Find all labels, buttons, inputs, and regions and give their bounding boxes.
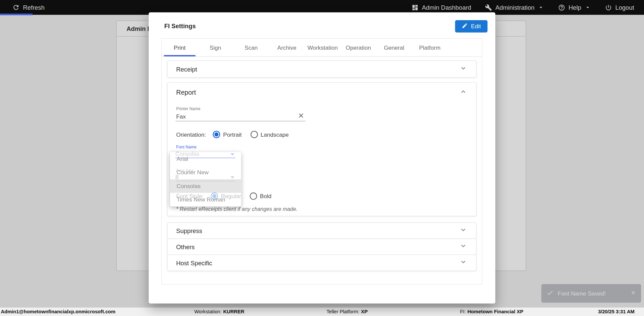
font-option-courier-new[interactable]: Courier New [170, 166, 241, 179]
power-icon [605, 4, 612, 11]
section-host-specific-header[interactable]: Host Specific [167, 255, 476, 271]
font-style-bold-label: Bold [260, 193, 271, 199]
report-form: Printer Name Fax Orientation: Portrait L… [168, 102, 476, 216]
orientation-label: Orientation: [176, 131, 206, 138]
tab-sign[interactable]: Sign [198, 39, 233, 56]
tab-print[interactable]: Print [162, 39, 198, 56]
printer-name-input[interactable]: Fax [176, 113, 186, 120]
workstation-label: Workstation: [194, 309, 221, 315]
chevron-down-icon [459, 64, 467, 74]
refresh-label: Refresh [23, 4, 45, 11]
chevron-down-icon [459, 242, 467, 252]
statusbar-user: Admin1@hometownfinancialxp.onmicrosoft.c… [1, 308, 115, 316]
section-others-header[interactable]: Others [167, 238, 476, 255]
admin-dashboard-label: Admin Dashboard [422, 4, 471, 11]
tab-scan[interactable]: Scan [233, 39, 269, 56]
tab-workstation[interactable]: Workstation [305, 39, 341, 56]
tab-archive[interactable]: Archive [269, 39, 305, 56]
statusbar-datetime: 3/20/25 3:31 AM [598, 308, 635, 316]
orientation-portrait-radio[interactable] [213, 131, 220, 138]
orientation-portrait-label: Portrait [223, 131, 241, 138]
chevron-down-icon [538, 4, 544, 11]
check-icon [546, 289, 554, 298]
chevron-up-icon [459, 88, 467, 97]
section-report-header[interactable]: Report [168, 83, 476, 102]
font-option-consolas[interactable]: Consolas [170, 179, 241, 193]
close-icon[interactable] [631, 290, 636, 297]
statusbar-fi: FI:Hometown Financial XP [460, 308, 523, 316]
chevron-down-icon [585, 4, 591, 11]
statusbar: Admin1@hometownfinancialxp.onmicrosoft.c… [0, 308, 644, 316]
section-receipt-header[interactable]: Receipt [167, 60, 476, 78]
section-suppress-header[interactable]: Suppress [167, 222, 476, 239]
statusbar-teller-platform: Teller Platform:XP [326, 308, 368, 316]
font-style-bold-radio[interactable] [250, 192, 257, 200]
tab-bar: Print Sign Scan Archive Workstation Oper… [162, 39, 482, 57]
orientation-landscape-label: Landscape [261, 131, 289, 138]
chevron-down-icon [459, 226, 467, 235]
orientation-field: Orientation: Portrait Landscape [176, 130, 289, 138]
fi-settings-dialog: FI Settings Edit Print Sign Scan Archive… [149, 12, 495, 304]
screen: Refresh Admin Dashboard Administration [0, 0, 644, 316]
font-name-dropdown-menu: Arial Courier New Consolas Times New Rom… [170, 152, 241, 207]
workstation-value: KURRER [223, 309, 244, 315]
help-label: Help [569, 4, 581, 11]
font-option-arial[interactable]: Arial [170, 152, 241, 166]
section-receipt-title: Receipt [176, 65, 197, 73]
pencil-icon [462, 22, 468, 30]
clear-icon[interactable] [298, 112, 305, 119]
fi-value: Hometown Financial XP [467, 309, 523, 315]
help-icon [558, 4, 565, 11]
tab-general[interactable]: General [376, 39, 412, 56]
orientation-landscape-radio[interactable] [250, 131, 258, 138]
refresh-button[interactable]: Refresh [12, 4, 45, 11]
logout-button[interactable]: Logout [605, 4, 634, 11]
settings-accordion: Receipt Report Printer Name Fax [162, 57, 482, 271]
section-report-title: Report [176, 89, 196, 96]
teller-platform-value: XP [361, 309, 368, 315]
logout-label: Logout [615, 4, 634, 11]
teller-platform-label: Teller Platform: [326, 309, 359, 315]
section-report: Report Printer Name Fax Orient [167, 82, 476, 216]
section-host-specific-title: Host Specific [176, 259, 212, 266]
admin-dashboard-nav[interactable]: Admin Dashboard [412, 4, 471, 11]
refresh-icon [12, 4, 20, 11]
administration-menu[interactable]: Administration [485, 4, 544, 11]
chevron-down-icon [459, 258, 467, 268]
printer-name-label: Printer Name [176, 106, 200, 111]
help-menu[interactable]: Help [558, 4, 591, 11]
edit-button-label: Edit [471, 23, 481, 30]
toast-message: Font Name Saved! [558, 290, 626, 297]
dialog-title: FI Settings [164, 22, 196, 30]
settings-tab-panel: Print Sign Scan Archive Workstation Oper… [161, 38, 482, 284]
edit-button[interactable]: Edit [455, 20, 488, 33]
font-option-times-new-roman[interactable]: Times New Roman [170, 193, 241, 206]
section-suppress-title: Suppress [176, 227, 202, 234]
dashboard-icon [412, 4, 419, 11]
administration-label: Administration [495, 4, 534, 11]
section-others-title: Others [176, 243, 195, 250]
restart-note: * Restart eReceipts client if any change… [176, 206, 298, 212]
tab-platform[interactable]: Platform [412, 39, 448, 56]
font-name-label: Font Name [176, 145, 197, 149]
active-nav-indicator [0, 13, 33, 15]
statusbar-workstation: Workstation:KURRER [194, 308, 244, 316]
fi-label: FI: [460, 309, 466, 315]
tab-operation[interactable]: Operation [340, 39, 376, 56]
printer-name-underline [175, 121, 306, 121]
wrench-icon [485, 4, 492, 11]
toast-notification: Font Name Saved! [541, 284, 641, 303]
